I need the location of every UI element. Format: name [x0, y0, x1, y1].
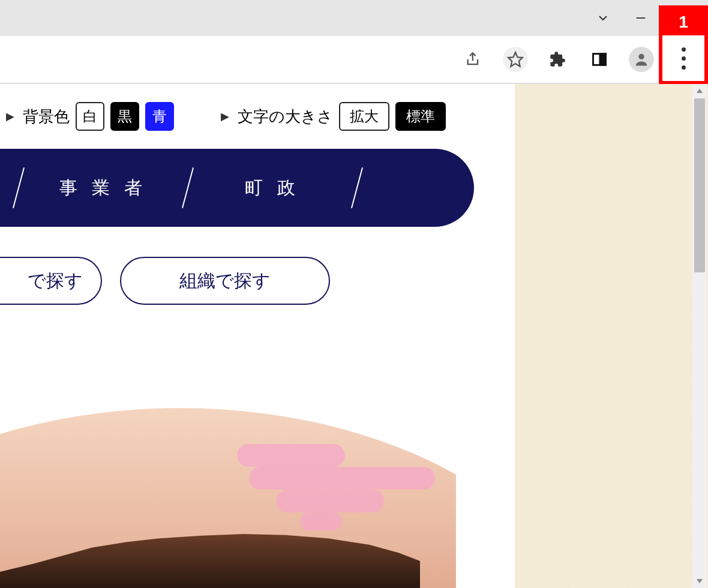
svg-rect-6	[600, 54, 605, 65]
annotation-badge: 1	[662, 9, 704, 35]
search-by-org-button[interactable]: 組織で探す	[120, 257, 330, 305]
svg-marker-3	[508, 52, 522, 66]
triangle-icon: ▶	[221, 110, 229, 123]
extensions-icon[interactable]	[545, 47, 570, 72]
bg-blue-button[interactable]: 青	[145, 102, 174, 131]
triangle-icon: ▶	[6, 110, 14, 123]
enlarge-button[interactable]: 拡大	[339, 102, 389, 131]
svg-marker-9	[697, 579, 703, 583]
standard-size-button[interactable]: 標準	[395, 102, 446, 131]
scroll-down-icon[interactable]	[692, 574, 707, 588]
vertical-scrollbar[interactable]	[692, 84, 707, 588]
window-controls	[0, 0, 708, 36]
chevron-down-icon[interactable]	[595, 10, 611, 26]
nav-business[interactable]: 事 業 者	[19, 176, 187, 200]
svg-marker-8	[697, 89, 703, 93]
search-buttons: で探す 組織で探す	[0, 257, 515, 305]
main-nav: 事 業 者 町 政	[0, 149, 474, 227]
search-by-partial-button[interactable]: で探す	[0, 257, 102, 305]
scroll-up-icon[interactable]	[692, 84, 707, 98]
text-size-label: 文字の大きさ	[238, 106, 333, 127]
minimize-icon[interactable]	[632, 10, 649, 26]
bg-white-button[interactable]: 白	[76, 102, 104, 131]
bg-color-label: 背景色	[23, 106, 70, 127]
browser-toolbar	[0, 36, 708, 84]
page-background-texture	[515, 84, 708, 588]
profile-avatar-icon[interactable]	[629, 47, 654, 72]
svg-point-7	[638, 54, 644, 59]
annotation-callout-1: 1	[659, 5, 708, 85]
page-content: ▶ 背景色 白 黒 青 ▶ 文字の大きさ 拡大 標準 事 業 者 町 政 で探す	[0, 84, 515, 588]
bg-black-button[interactable]: 黒	[110, 102, 139, 131]
share-icon[interactable]	[461, 47, 486, 72]
hero-image	[0, 408, 456, 588]
accessibility-controls: ▶ 背景色 白 黒 青 ▶ 文字の大きさ 拡大 標準	[0, 84, 515, 149]
nav-town-gov[interactable]: 町 政	[188, 176, 356, 200]
scroll-thumb[interactable]	[694, 98, 705, 272]
side-panel-icon[interactable]	[587, 47, 612, 72]
bookmark-star-icon[interactable]	[503, 47, 528, 72]
kebab-menu-icon[interactable]	[682, 35, 686, 81]
